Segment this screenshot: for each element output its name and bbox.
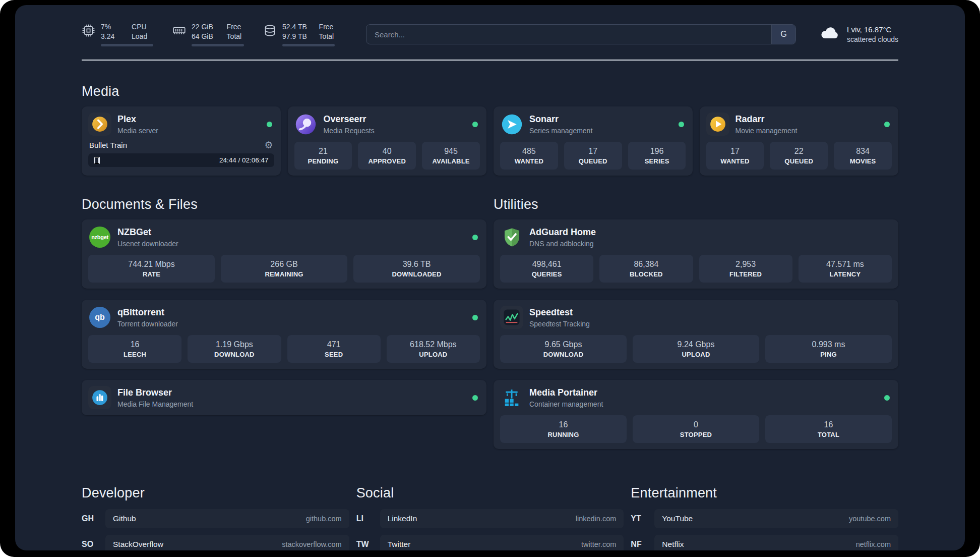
disk-usage-bar: [282, 44, 335, 46]
disk-total-label: Total: [319, 32, 335, 41]
link-pill-stackoverflow[interactable]: StackOverflow stackoverflow.com: [105, 535, 349, 550]
link-abbr: TW: [356, 540, 380, 549]
link-abbr: SO: [82, 540, 105, 549]
service-desc: Container management: [529, 400, 603, 408]
stat-stopped: 0 STOPPED: [633, 415, 759, 443]
cpu-usage-value: 7%: [101, 22, 120, 31]
qbittorrent-card[interactable]: qb qBittorrent Torrent downloader 16 LEE…: [82, 300, 486, 369]
link-row-youtube: YT YouTube youtube.com: [631, 509, 898, 528]
section-entertainment: Entertainment YT YouTube youtube.com NF …: [631, 485, 898, 550]
link-pill-github[interactable]: Github github.com: [105, 509, 349, 528]
disk-total-value: 97.9 TB: [282, 32, 308, 41]
stat-queued: 17 QUEUED: [564, 142, 622, 170]
overseerr-card[interactable]: Overseerr Media Requests 21 PENDING 40 A…: [288, 106, 487, 176]
stat-latency: 47.571 ms LATENCY: [799, 255, 892, 283]
link-pill-linkedin[interactable]: LinkedIn linkedin.com: [380, 509, 624, 528]
link-row-netflix: NF Netflix netflix.com: [631, 535, 898, 550]
ram-usage-bar: [192, 44, 244, 46]
link-abbr: LI: [356, 514, 380, 523]
settings-icon[interactable]: ⚙: [264, 140, 273, 150]
documents-section-title: Documents & Files: [82, 197, 486, 212]
section-media: Media Plex Media server: [82, 84, 898, 176]
service-desc: Media Requests: [324, 127, 375, 135]
service-desc: DNS and adblocking: [529, 240, 596, 248]
cpu-usage-bar: [101, 44, 153, 46]
portainer-icon: [500, 386, 523, 409]
portainer-card[interactable]: Media Portainer Container management 16 …: [494, 380, 898, 449]
stat-wanted: 17 WANTED: [706, 142, 764, 170]
sonarr-card[interactable]: Sonarr Series management 485 WANTED 17 Q…: [494, 106, 693, 176]
stat-available: 945 AVAILABLE: [422, 142, 480, 170]
ram-total-label: Total: [227, 32, 244, 41]
link-row-github: GH Github github.com: [82, 509, 349, 528]
filebrowser-card[interactable]: File Browser Media File Management: [82, 380, 486, 415]
service-desc: Series management: [529, 127, 592, 135]
status-dot: [884, 395, 890, 401]
disk-free-value: 52.4 TB: [282, 22, 308, 31]
section-social: Social LI LinkedIn linkedin.com TW Twitt…: [356, 485, 624, 550]
service-name: Media Portainer: [529, 387, 603, 399]
stat-movies: 834 MOVIES: [834, 142, 892, 170]
weather-condition: scattered clouds: [847, 35, 898, 45]
search-engine-button[interactable]: G: [771, 25, 795, 44]
link-row-linkedin: LI LinkedIn linkedin.com: [356, 509, 624, 528]
status-dot: [472, 235, 478, 240]
nzbget-icon: nzbget: [88, 226, 111, 249]
memory-icon: [172, 22, 186, 46]
progress-track[interactable]: [105, 158, 214, 162]
stat-series: 196 SERIES: [628, 142, 686, 170]
ram-free-label: Free: [227, 22, 244, 31]
topbar-divider: [82, 60, 898, 61]
stat-wanted: 485 WANTED: [500, 142, 558, 170]
link-pill-twitter[interactable]: Twitter twitter.com: [380, 535, 624, 550]
speedtest-graph-icon: [500, 306, 523, 329]
developer-section-title: Developer: [82, 485, 349, 501]
service-name: qBittorrent: [117, 307, 178, 318]
link-pill-youtube[interactable]: YouTube youtube.com: [654, 509, 898, 528]
status-dot: [472, 395, 478, 401]
pause-button[interactable]: [94, 157, 100, 164]
link-pill-netflix[interactable]: Netflix netflix.com: [654, 535, 898, 550]
service-desc: Media File Management: [117, 400, 193, 408]
adguard-shield-icon: [500, 226, 523, 249]
stat-seed: 471 SEED: [287, 335, 381, 363]
link-abbr: NF: [631, 540, 654, 549]
disk-icon: [263, 22, 277, 46]
stat-filtered: 2,953 FILTERED: [699, 255, 792, 283]
service-name: Sonarr: [529, 114, 592, 125]
link-row-stackoverflow: SO StackOverflow stackoverflow.com: [82, 535, 349, 550]
service-desc: Speedtest Tracking: [529, 320, 590, 328]
link-row-twitter: TW Twitter twitter.com: [356, 535, 624, 550]
speedtest-card[interactable]: Speedtest Speedtest Tracking 9.65 Gbps D…: [494, 300, 898, 369]
filebrowser-icon: [88, 386, 111, 409]
entertainment-section-title: Entertainment: [631, 485, 898, 501]
plex-card[interactable]: Plex Media server Bullet Train ⚙ 24:44 /…: [82, 106, 281, 176]
now-playing-title: Bullet Train: [89, 141, 127, 149]
service-desc: Media server: [117, 127, 158, 135]
link-abbr: YT: [631, 514, 654, 523]
nzbget-card[interactable]: nzbget NZBGet Usenet downloader 744.21 M…: [82, 219, 486, 289]
ram-total-value: 64 GiB: [192, 32, 216, 41]
service-desc: Movie management: [736, 127, 798, 135]
radarr-card[interactable]: Radarr Movie management 17 WANTED 22 QUE…: [700, 106, 899, 176]
service-name: NZBGet: [117, 227, 178, 238]
search-input[interactable]: [366, 25, 771, 44]
cpu-usage-label: CPU: [132, 22, 153, 31]
stat-pending: 21 PENDING: [294, 142, 352, 170]
cloud-icon: [819, 24, 840, 42]
sonarr-icon: [500, 113, 523, 136]
stat-blocked: 86,384 BLOCKED: [599, 255, 693, 283]
overseerr-icon: [294, 113, 318, 136]
stat-leech: 16 LEECH: [88, 335, 181, 363]
section-documents: Documents & Files nzbget NZBGet Usenet d…: [82, 197, 486, 415]
stat-remaining: 266 GB REMAINING: [221, 255, 347, 283]
adguard-card[interactable]: AdGuard Home DNS and adblocking 498,461 …: [494, 219, 898, 289]
status-dot: [472, 315, 478, 320]
cpu-load-value: 3.24: [101, 32, 120, 41]
plex-now-playing: Bullet Train ⚙ 24:44 / 02:06:47: [88, 140, 274, 167]
media-section-title: Media: [82, 84, 898, 99]
cpu-monitor: 7% CPU 3.24 Load: [82, 22, 153, 46]
link-abbr: GH: [82, 514, 105, 523]
stat-upload: 9.24 Gbps UPLOAD: [633, 335, 759, 363]
dashboard-window: 7% CPU 3.24 Load 22 GiB Free 64 Gi: [15, 5, 965, 550]
